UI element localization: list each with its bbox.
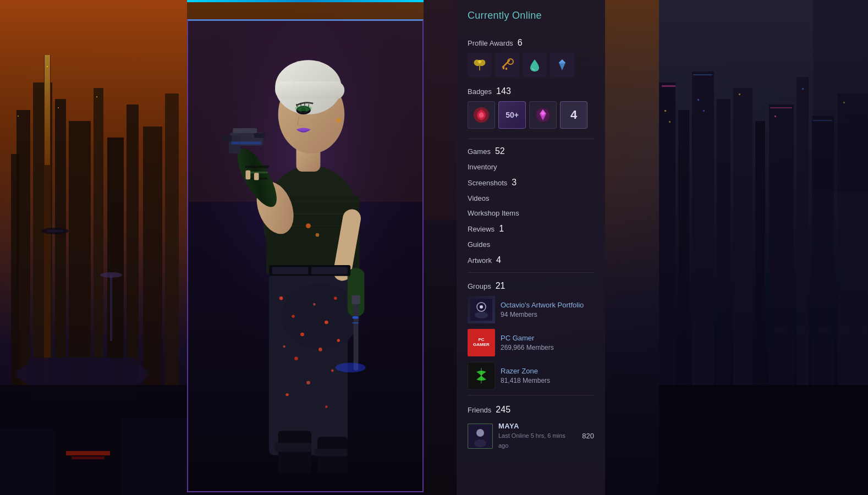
friends-label[interactable]: Friends [468, 406, 491, 414]
reviews-count: 1 [499, 224, 504, 234]
pcgamer-group-info: PC Gamer 269,966 Members [501, 334, 594, 352]
badge-level-text: 50+ [506, 111, 519, 119]
svg-rect-92 [231, 141, 261, 144]
svg-point-107 [336, 118, 341, 123]
svg-rect-86 [254, 173, 259, 180]
award-gem[interactable] [550, 53, 574, 77]
games-row[interactable]: Games 52 [468, 145, 594, 158]
pcgamer-logo: PC GAMER [468, 329, 495, 356]
reviews-row[interactable]: Reviews 1 [468, 222, 594, 235]
svg-rect-111 [354, 298, 359, 371]
groups-label[interactable]: Groups [468, 282, 491, 290]
profile-awards-count: 6 [518, 38, 523, 48]
group-item-pcgamer[interactable]: PC GAMER PC Gamer 269,966 Members [468, 329, 594, 356]
maya-friend-score: 820 [582, 432, 594, 440]
guides-row[interactable]: Guides [468, 239, 594, 250]
octavio-group-info: Octavio's Artwork Portfolio 94 Members [501, 301, 594, 319]
svg-point-71 [331, 370, 333, 372]
svg-point-66 [334, 296, 337, 299]
artwork-label[interactable]: Artwork [468, 256, 492, 265]
badges-label[interactable]: Badges [468, 87, 492, 96]
profile-awards-row[interactable]: Profile Awards 6 [468, 36, 594, 50]
guides-label[interactable]: Guides [468, 240, 490, 249]
pcgamer-group-members: 269,966 Members [501, 344, 554, 351]
award-drop[interactable] [523, 53, 547, 77]
maya-friend-status: Last Online 5 hrs, 6 mins ago [498, 432, 565, 449]
divider-1 [468, 139, 594, 139]
razer-group-name[interactable]: Razer Zone [501, 367, 594, 375]
svg-rect-120 [311, 267, 348, 274]
badges-grid: 50+ 4 [468, 101, 594, 129]
svg-point-127 [478, 60, 481, 63]
award-butterfly[interactable] [468, 53, 492, 77]
svg-point-68 [283, 345, 285, 348]
badge-number-4[interactable]: 4 [560, 101, 587, 129]
svg-rect-113 [353, 316, 359, 318]
svg-point-143 [474, 439, 486, 447]
screenshots-row[interactable]: Screenshots 3 [468, 176, 594, 189]
razer-group-members: 81,418 Members [501, 377, 550, 384]
svg-rect-130 [506, 68, 507, 70]
badge-rose[interactable] [468, 101, 495, 129]
friends-section: Friends 245 MAYA Last Online 5 hrs [468, 403, 594, 450]
octavio-group-members: 94 Members [501, 311, 537, 318]
razer-group-info: Razer Zone 81,418 Members [501, 367, 594, 385]
videos-row[interactable]: Videos [468, 193, 594, 204]
svg-rect-114 [353, 322, 359, 323]
svg-point-73 [285, 393, 288, 396]
workshop-items-row[interactable]: Workshop Items [468, 207, 594, 219]
svg-point-115 [336, 363, 366, 373]
awards-grid [468, 53, 594, 77]
groups-header-row[interactable]: Groups 21 [468, 279, 594, 293]
svg-point-61 [279, 296, 283, 300]
online-status-label: Currently Online [468, 10, 542, 21]
games-count: 52 [495, 146, 505, 156]
reviews-label[interactable]: Reviews [468, 225, 495, 233]
badge-level-50[interactable]: 50+ [498, 101, 526, 129]
profile-awards-label[interactable]: Profile Awards [468, 39, 513, 47]
divider-2 [468, 272, 594, 273]
badges-count: 143 [496, 86, 511, 96]
group-avatar-pcgamer: PC GAMER [468, 329, 495, 356]
svg-point-138 [475, 312, 488, 318]
games-label[interactable]: Games [468, 147, 491, 156]
group-item-octavio[interactable]: Octavio's Artwork Portfolio 94 Members [468, 296, 594, 323]
svg-rect-90 [254, 133, 265, 138]
group-item-razer[interactable]: Razer Zone 81,418 Members [468, 362, 594, 389]
svg-rect-91 [223, 135, 232, 141]
svg-point-70 [294, 357, 298, 361]
svg-point-142 [476, 429, 484, 437]
workshop-items-label[interactable]: Workshop Items [468, 209, 519, 217]
maya-friend-name[interactable]: MAYA [498, 422, 576, 430]
groups-count: 21 [496, 281, 506, 291]
octavio-group-name[interactable]: Octavio's Artwork Portfolio [501, 301, 594, 309]
screenshots-label[interactable]: Screenshots [468, 179, 507, 187]
svg-point-117 [316, 233, 320, 237]
svg-point-64 [313, 303, 315, 305]
svg-rect-124 [314, 449, 347, 456]
pcgamer-group-name[interactable]: PC Gamer [501, 334, 594, 342]
inventory-row[interactable]: Inventory [468, 161, 594, 173]
razer-logo [468, 362, 495, 389]
svg-rect-96 [275, 81, 344, 100]
svg-point-62 [292, 315, 294, 317]
friends-header-row[interactable]: Friends 245 [468, 403, 594, 416]
svg-rect-126 [424, 0, 457, 220]
divider-3 [468, 395, 594, 395]
artwork-row[interactable]: Artwork 4 [468, 254, 594, 267]
svg-point-132 [479, 113, 484, 117]
inventory-label[interactable]: Inventory [468, 163, 497, 171]
svg-point-69 [337, 339, 340, 342]
badge-pink-gem[interactable] [529, 101, 557, 129]
svg-rect-129 [503, 67, 504, 69]
groups-section: Groups 21 [468, 279, 594, 389]
badges-row[interactable]: Badges 143 [468, 85, 594, 98]
screenshots-count: 3 [512, 178, 517, 188]
friend-avatar-maya [468, 424, 493, 449]
svg-rect-88 [233, 128, 257, 133]
svg-point-74 [325, 405, 327, 408]
videos-label[interactable]: Videos [468, 194, 490, 202]
friend-item-maya[interactable]: MAYA Last Online 5 hrs, 6 mins ago 820 [468, 422, 594, 450]
group-avatar-octavio [468, 296, 495, 323]
award-key[interactable] [495, 53, 519, 77]
